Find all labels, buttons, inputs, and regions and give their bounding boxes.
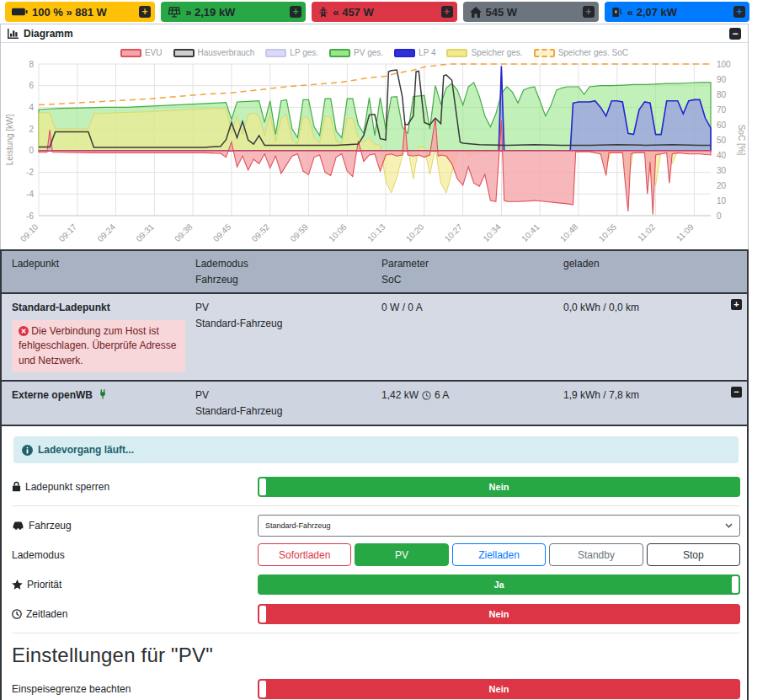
svg-text:10:06: 10:06: [327, 222, 349, 243]
battery-status-box: 100 % » 881 W +: [5, 2, 155, 22]
chargemode-zielladen-button[interactable]: Zielladen: [452, 543, 546, 566]
timecharge-toggle[interactable]: Nein: [258, 604, 740, 624]
svg-text:-6: -6: [26, 211, 34, 221]
pv-settings-title: Einstellungen für "PV": [12, 644, 740, 667]
star-icon: [12, 580, 23, 590]
toggle-handle: [732, 576, 739, 593]
chevron-down-icon: [725, 523, 733, 528]
chargepoint-row-standard: Standard-Ladepunkt Die Verbindung zum Ho…: [2, 292, 747, 380]
chargepoint-charged: 1,9 kWh / 7,8 km: [563, 387, 747, 403]
chargemode-row: Lademodus Sofortladen PV Zielladen Stand…: [12, 540, 740, 569]
diagram-collapse-button[interactable]: −: [729, 28, 741, 40]
chart-icon: [8, 29, 19, 39]
chargepoint-row-extern: Externe openWB PVStandard-Fahrzeug 1,42 …: [2, 380, 747, 425]
house-expand-button[interactable]: +: [583, 6, 595, 18]
timecharge-row: Zeitladen Nein: [12, 599, 740, 628]
feedin-limit-label: Einspeisegrenze beachten: [12, 683, 131, 695]
vehicle-select[interactable]: Standard-Fahrzeug: [258, 515, 740, 537]
svg-text:09:24: 09:24: [96, 222, 118, 243]
legend-item-lp4: LP 4: [394, 48, 435, 57]
svg-text:10:27: 10:27: [443, 222, 465, 243]
pv-status-label: » 2,19 kW: [185, 6, 285, 19]
legend-item-hausverbrauch: Hausverbrauch: [173, 48, 255, 57]
house-icon: [470, 7, 482, 18]
svg-text:-4: -4: [26, 190, 34, 199]
grid-expand-button[interactable]: +: [441, 6, 453, 18]
svg-text:10:13: 10:13: [365, 222, 387, 243]
chart-legend: EVU Hausverbrauch LP ges. PV ges. LP 4 S…: [1, 48, 748, 57]
svg-text:40: 40: [717, 151, 727, 160]
legend-swatch-lp4: [394, 49, 415, 57]
svg-text:8: 8: [29, 60, 34, 69]
status-bar: 100 % » 881 W + » 2,19 kW + « 457 W + 54…: [5, 2, 749, 22]
diagram-title: Diagramm: [24, 28, 73, 40]
svg-text:2: 2: [29, 125, 34, 134]
legend-swatch-evu: [120, 49, 141, 57]
svg-text:6: 6: [29, 81, 34, 90]
x-circle-icon: [19, 326, 29, 336]
info-circle-icon: [22, 445, 33, 456]
lock-icon: [12, 481, 21, 492]
chargepoint-expand-button[interactable]: +: [733, 6, 745, 18]
legend-item-evu: EVU: [120, 48, 163, 57]
row-collapse-button[interactable]: −: [731, 387, 742, 398]
divider: [12, 505, 740, 506]
chargepoint-vehicle: Standard-Fahrzeug: [195, 316, 381, 332]
svg-text:09:45: 09:45: [211, 222, 233, 243]
chargepoint-mode: PV: [195, 387, 381, 403]
car-icon: [12, 521, 24, 530]
pylon-icon: [318, 7, 328, 18]
chargepoint-mode: PV: [195, 300, 381, 316]
clock-icon: [12, 609, 22, 619]
legend-swatch-pv-ges: [329, 49, 350, 57]
chargemode-standby-button[interactable]: Standby: [549, 543, 643, 566]
solar-panel-icon: [168, 7, 181, 18]
toggle-handle: [259, 606, 266, 623]
svg-text:09:38: 09:38: [173, 222, 195, 243]
svg-text:09:59: 09:59: [288, 222, 310, 243]
chargepoint-name: Standard-Ladepunkt: [12, 300, 195, 316]
house-status-label: 545 W: [486, 6, 579, 19]
lock-chargepoint-toggle[interactable]: Nein: [258, 477, 740, 497]
pv-expand-button[interactable]: +: [290, 6, 301, 18]
grid-status-label: « 457 W: [333, 6, 436, 19]
openwb-main-page: 100 % » 881 W + » 2,19 kW + « 457 W + 54…: [0, 0, 784, 700]
svg-text:09:31: 09:31: [134, 222, 156, 243]
row-expand-button[interactable]: +: [731, 299, 742, 310]
feedin-limit-toggle[interactable]: Nein: [258, 679, 740, 699]
chargemode-sofortladen-button[interactable]: Sofortladen: [258, 543, 351, 566]
clock-icon: [422, 391, 431, 400]
svg-text:80: 80: [717, 90, 727, 99]
chargemode-button-group: Sofortladen PV Zielladen Standby Stop: [258, 543, 740, 566]
priority-label: Priorität: [27, 579, 61, 590]
chargepoint-table: Ladepunkt LademodusFahrzeug ParameterSoC…: [0, 249, 749, 700]
battery-expand-button[interactable]: +: [139, 6, 151, 18]
svg-text:09:10: 09:10: [19, 222, 40, 243]
svg-text:SoC [%]: SoC [%]: [737, 125, 746, 156]
chargepoint-parameter: 0 W / 0 A: [381, 300, 563, 316]
svg-text:0: 0: [29, 146, 34, 155]
svg-text:10:48: 10:48: [558, 222, 580, 243]
svg-text:10:20: 10:20: [404, 222, 426, 243]
lock-chargepoint-label: Ladepunkt sperren: [25, 481, 109, 493]
legend-swatch-speicher-soc: [534, 49, 555, 57]
legend-swatch-speicher: [446, 49, 467, 57]
vehicle-select-value: Standard-Fahrzeug: [265, 521, 331, 530]
chargepoint-parameter: 1,42 kW 6 A: [381, 387, 563, 403]
diagram-card-header: Diagramm −: [1, 24, 748, 43]
chargemode-label: Lademodus: [12, 549, 65, 561]
legend-item-speicher: Speicher ges.: [446, 48, 522, 57]
chargemode-stop-button[interactable]: Stop: [647, 543, 740, 566]
svg-text:11:02: 11:02: [636, 222, 657, 243]
svg-text:0: 0: [717, 211, 722, 221]
priority-toggle[interactable]: Ja: [258, 574, 740, 595]
diagram-card: Diagramm − EVU Hausverbrauch LP ges. PV …: [0, 24, 749, 254]
grid-status-box: « 457 W +: [312, 2, 456, 22]
svg-text:90: 90: [717, 75, 727, 84]
chargemode-pv-button[interactable]: PV: [355, 543, 448, 566]
power-soc-chart: -6-4-20246809:1009:1709:2409:3109:3809:4…: [1, 57, 748, 249]
svg-text:100: 100: [717, 60, 731, 69]
divider: [12, 633, 740, 633]
col-header-ladepunkt: Ladepunkt: [12, 256, 195, 272]
svg-text:09:52: 09:52: [250, 222, 272, 243]
